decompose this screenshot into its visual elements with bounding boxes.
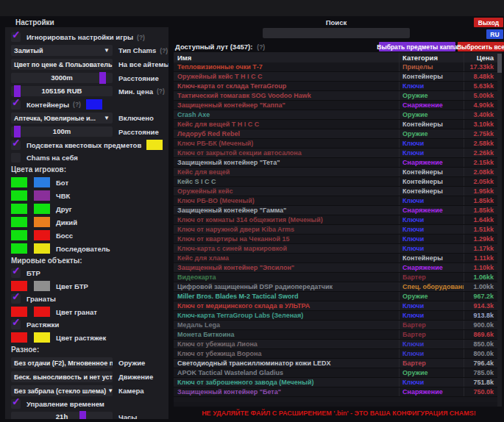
- slider-расстояние[interactable]: 3000m: [11, 73, 113, 83]
- dropdown-value: Беск. выносливость и нет уста: [14, 373, 113, 381]
- color-swatch-primary[interactable]: [11, 204, 27, 214]
- table-row[interactable]: Кейс для вещей T H I C CКонтейнеры3.10kk: [174, 120, 497, 129]
- checkbox-подсветка-квестовых-предметов[interactable]: ✓: [11, 140, 21, 150]
- table-row[interactable]: Ключ РБ-ВО (Меченый)Ключи1.85kk: [174, 196, 497, 206]
- column-category[interactable]: Категория: [399, 52, 464, 62]
- slider-handle[interactable]: [79, 411, 86, 419]
- exit-button[interactable]: Выход: [474, 18, 503, 27]
- item-category: Контейнеры: [399, 120, 464, 129]
- checkbox-гранаты[interactable]: ✓: [11, 294, 21, 304]
- table-row[interactable]: Оружейный кейс T H I C CКонтейнеры8.48kk: [174, 72, 497, 82]
- color-swatch-primary[interactable]: [11, 177, 27, 187]
- table-row[interactable]: Ключ от убежища ВоронаКлючи800.0k: [174, 349, 497, 359]
- select-kappa-items-button[interactable]: Выбрать предметы каппа: [379, 42, 455, 51]
- settings-rows: ✓Игнорировать настройки игры(?)Залитый▼Т…: [11, 32, 163, 419]
- color-swatch-primary[interactable]: [11, 230, 27, 240]
- color-swatch[interactable]: [146, 140, 163, 150]
- color-swatch[interactable]: [86, 99, 102, 110]
- column-name[interactable]: Имя: [174, 54, 399, 62]
- table-row[interactable]: Ключ-карта от склада TerraGroupКлючи5.63…: [174, 82, 497, 91]
- table-row[interactable]: Ключ от медицинского склада в УЛЬТРАКлюч…: [174, 301, 497, 311]
- slider-handle[interactable]: [99, 72, 106, 84]
- checkbox-игнорировать-настройки-игры[interactable]: ✓: [11, 32, 21, 42]
- column-price[interactable]: Цена: [464, 52, 497, 62]
- scrollbar-thumb[interactable]: [497, 54, 502, 73]
- table-scrollbar[interactable]: [497, 52, 502, 407]
- checkbox-растяжки[interactable]: ✓: [11, 320, 21, 329]
- color-swatch-primary[interactable]: [11, 332, 27, 343]
- table-row[interactable]: Ключ от комнаты 314 общежития (Меченый)К…: [174, 215, 497, 225]
- table-row[interactable]: Ключ от квартиры на Чеканной 15Ключи1.29…: [174, 235, 497, 244]
- color-swatch-secondary[interactable]: [34, 204, 50, 214]
- table-row[interactable]: Монета БиткоинаБартер869.6k: [174, 330, 497, 340]
- table-row[interactable]: ВидеокартаБартер1.06kk: [174, 273, 497, 282]
- table-row[interactable]: Ключ от убежища ЛионаКлючи850.0k: [174, 340, 497, 349]
- color-swatch-secondary[interactable]: [34, 217, 50, 227]
- color-swatch-secondary[interactable]: [34, 281, 50, 291]
- dropdown-движение[interactable]: Беск. выносливость и нет уста▼: [11, 371, 113, 382]
- item-price: 1.00kk: [464, 282, 497, 291]
- table-row[interactable]: Кейс S I C CКонтейнеры2.05kk: [174, 177, 497, 187]
- table-row[interactable]: Медаль LegaБартер900.0k: [174, 321, 497, 330]
- table-row[interactable]: Тепловизионные очки Т-7Прицелы17.33kk: [174, 62, 497, 72]
- table-row[interactable]: Ключ от наружной двери Kiba ArmsКлючи1.5…: [174, 225, 497, 235]
- dropdown-включено[interactable]: Аптечка, Ювелирные и...▼: [11, 112, 113, 124]
- table-row[interactable]: Ключ от закрытой секции автосалонаКлючи2…: [174, 149, 497, 158]
- slider-часы[interactable]: 21h: [11, 412, 113, 419]
- slider-расстояние[interactable]: 100m: [11, 126, 113, 137]
- color-swatch-secondary[interactable]: [34, 177, 50, 187]
- table-row[interactable]: Защищенный контейнер "Тета"Снаряжение2.1…: [174, 158, 497, 168]
- color-swatch-primary[interactable]: [11, 217, 27, 227]
- color-swatch-secondary[interactable]: [34, 307, 50, 317]
- color-swatch-primary[interactable]: [11, 307, 27, 317]
- checkbox-контейнеры[interactable]: ✓: [11, 100, 21, 110]
- search-input[interactable]: [263, 28, 410, 38]
- window-title-bar: [0, 0, 504, 16]
- table-row[interactable]: Светодиодный трансиллюминатор кожи LEDXБ…: [174, 359, 497, 368]
- table-row[interactable]: Кейс для хламаКонтейнеры1.11kk: [174, 254, 497, 263]
- table-row[interactable]: Ключ РБ-БК (Меченый)Ключи2.58kk: [174, 139, 497, 149]
- table-row[interactable]: Ключ от заброшенного завода (Меченый)Клю…: [174, 378, 497, 387]
- color-swatch-primary[interactable]: [11, 190, 27, 201]
- table-row[interactable]: Miller Bros. Blades M-2 Tactical SwordОр…: [174, 292, 497, 301]
- table-row[interactable]: Оружейный кейсКонтейнеры1.95kk: [174, 187, 497, 196]
- item-price: 750.0k: [464, 387, 497, 396]
- table-row[interactable]: Ледоруб Red RebelОружие2.75kk: [174, 129, 497, 139]
- dropdown-row-2: Цвет по цене & Пользователь▼На все айтем…: [11, 59, 163, 70]
- table-row[interactable]: Ключ-карта TerraGroup Labs (Зеленая)Ключ…: [174, 311, 497, 321]
- dropdown-оружие[interactable]: Без отдачи (F2), Мгновенное п▼: [11, 357, 113, 368]
- dropdown-на-все-айтемы[interactable]: Цвет по цене & Пользователь▼: [11, 59, 113, 70]
- checkbox-row-0: ✓Игнорировать настройки игры(?): [11, 32, 163, 42]
- color-swatch-secondary[interactable]: [34, 230, 50, 240]
- table-row[interactable]: Защищенный контейнер "Эпсилон"Снаряжение…: [174, 263, 497, 273]
- checkbox-бтр[interactable]: ✓: [11, 268, 21, 278]
- color-swatch-secondary[interactable]: [34, 190, 50, 201]
- checkbox-chams-на-себя[interactable]: [11, 153, 21, 162]
- label-камера: Камера: [118, 387, 144, 395]
- color-swatch-primary[interactable]: [11, 281, 27, 291]
- table-row[interactable]: Кейс для вещейКонтейнеры2.08kk: [174, 168, 497, 177]
- table-row[interactable]: Ключ-карта с синей маркировкойКлючи1.17k…: [174, 244, 497, 254]
- item-category: Ключи: [399, 149, 464, 157]
- language-button[interactable]: RU: [486, 29, 503, 39]
- color-swatch-secondary[interactable]: [34, 332, 50, 343]
- table-row[interactable]: Защищенный контейнер "Бета"Снаряжение750…: [174, 387, 497, 397]
- table-row[interactable]: APOK Tactical Wasteland GladiusОружие785…: [174, 368, 497, 378]
- drop-all-button[interactable]: Выбросить все: [458, 42, 504, 51]
- item-category: Прицелы: [399, 62, 464, 71]
- color-swatch-secondary[interactable]: [34, 243, 50, 254]
- table-row[interactable]: Цифровой защищенный DSP радиопередатчикС…: [174, 282, 497, 292]
- item-name: Ключ от наружной двери Kiba Arms: [174, 226, 399, 233]
- checkbox-управление-временем[interactable]: ✓: [11, 399, 21, 409]
- item-category: Бартер: [399, 321, 464, 329]
- table-row[interactable]: Защищенный контейнер "Каппа"Снаряжение4.…: [174, 101, 497, 110]
- slider-мин-цена[interactable]: 105156 RUB: [11, 86, 113, 96]
- dropdown-тип-chams[interactable]: Залитый▼: [11, 45, 113, 56]
- table-row[interactable]: Тактический томагавк SOG Voodoo HawkОруж…: [174, 91, 497, 101]
- color-swatch-primary[interactable]: [11, 243, 27, 254]
- item-price: 913.8k: [464, 311, 497, 320]
- label-бот: Бот: [56, 179, 68, 187]
- dropdown-камера[interactable]: Без забрала (стекло шлема)▼: [11, 385, 113, 396]
- table-row[interactable]: Защищенный контейнер "Гамма"Снаряжение1.…: [174, 206, 497, 215]
- table-row[interactable]: Crash AxeОружие3.40kk: [174, 110, 497, 120]
